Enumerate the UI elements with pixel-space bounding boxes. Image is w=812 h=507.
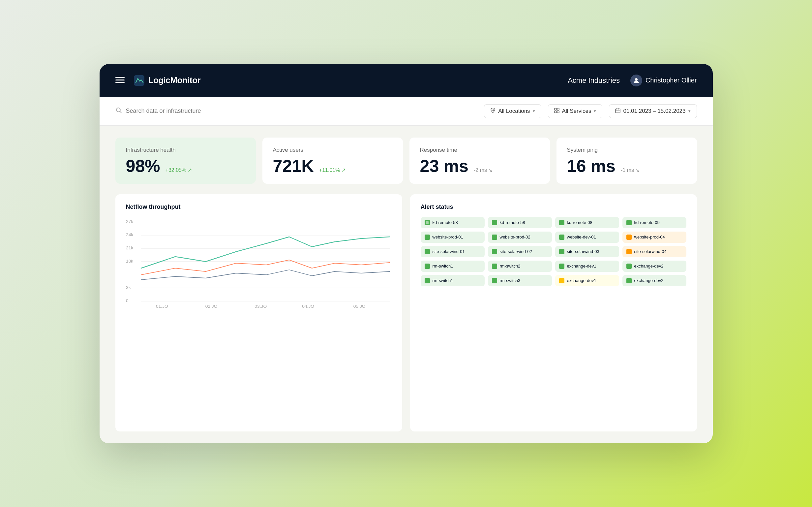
- alert-item[interactable]: kd-remote-08: [555, 217, 619, 228]
- alert-item-name: rm-switch3: [500, 278, 520, 283]
- company-name: Acme Industries: [568, 76, 620, 85]
- menu-icon[interactable]: [115, 75, 125, 86]
- response-time-label: Response time: [420, 147, 539, 153]
- user-info[interactable]: Christopher Ollier: [630, 74, 697, 87]
- alert-status-icon: [559, 234, 564, 240]
- alert-item-name: website-prod-02: [500, 234, 530, 239]
- svg-rect-11: [557, 111, 559, 113]
- alert-status-title: Alert status: [421, 204, 686, 211]
- active-users-delta: +11.01% ↗: [319, 167, 346, 173]
- metric-infra-health: Infrastructure health 98% +32.05% ↗: [115, 137, 256, 184]
- alert-item[interactable]: kd-remote-58: [421, 217, 485, 228]
- alert-status-icon: [425, 249, 430, 254]
- alert-item[interactable]: site-solarwind-03: [555, 246, 619, 257]
- svg-text:01.JO: 01.JO: [155, 304, 168, 308]
- alert-status-icon: [559, 264, 564, 269]
- all-locations-filter[interactable]: All Locations ▾: [484, 104, 541, 118]
- svg-rect-8: [555, 108, 557, 110]
- netflow-panel: Netflow throughput 27k 24k 21k 18k 3k 0: [115, 194, 402, 432]
- alert-status-icon: [626, 278, 632, 283]
- alert-status-icon: [425, 264, 430, 269]
- metric-active-users: Active users 721K +11.01% ↗: [262, 137, 403, 184]
- location-icon: [490, 108, 496, 114]
- alert-status-icon: [492, 264, 497, 269]
- all-services-label: All Services: [562, 108, 591, 114]
- infra-health-delta: +32.05% ↗: [166, 167, 192, 173]
- active-users-value: 721K: [273, 157, 314, 174]
- alert-status-icon: [559, 278, 564, 283]
- user-name: Christopher Ollier: [645, 76, 697, 84]
- chevron-down-icon-3: ▾: [688, 109, 691, 113]
- calendar-icon: [615, 108, 620, 114]
- svg-text:05.JO: 05.JO: [353, 304, 365, 308]
- netflow-title: Netflow throughput: [126, 204, 392, 211]
- alert-item-name: site-solarwind-02: [500, 249, 532, 254]
- alert-item[interactable]: exchange-dev1: [555, 261, 619, 272]
- svg-line-6: [120, 112, 121, 113]
- alert-status-icon: [626, 220, 632, 225]
- infra-health-value: 98%: [126, 157, 160, 174]
- alert-status-panel: Alert status kd-remote-58 kd-remote-58: [410, 194, 697, 432]
- main-content: Infrastructure health 98% +32.05% ↗ Acti…: [100, 126, 713, 443]
- alert-grid: kd-remote-58 kd-remote-58 kd-remote-08 k…: [421, 217, 686, 286]
- alert-status-icon: [492, 278, 497, 283]
- svg-rect-2: [115, 82, 125, 83]
- alert-status-icon: [626, 249, 632, 254]
- alert-item-name: site-solarwind-04: [634, 249, 667, 254]
- alert-item-name: exchange-dev2: [634, 278, 664, 283]
- alert-item-name: website-prod-04: [634, 234, 665, 239]
- chevron-down-icon: ▾: [533, 109, 535, 113]
- alert-status-icon: [626, 264, 632, 269]
- alert-item[interactable]: exchange-dev2: [622, 275, 686, 286]
- alert-item[interactable]: website-prod-04: [622, 232, 686, 243]
- svg-rect-10: [555, 111, 557, 113]
- alert-item-name: site-solarwind-01: [433, 249, 465, 254]
- bottom-panels: Netflow throughput 27k 24k 21k 18k 3k 0: [115, 194, 697, 432]
- alert-item-name: exchange-dev1: [567, 264, 597, 269]
- active-users-value-row: 721K +11.01% ↗: [273, 157, 392, 174]
- trend-up-icon: ↗: [188, 167, 192, 173]
- logo-area: LogicMonitor: [134, 75, 201, 86]
- alert-item[interactable]: exchange-dev1: [555, 275, 619, 286]
- alert-item-name: website-prod-01: [433, 234, 463, 239]
- alert-item[interactable]: website-prod-01: [421, 232, 485, 243]
- svg-text:04.JO: 04.JO: [302, 304, 314, 308]
- alert-item[interactable]: rm-switch2: [488, 261, 552, 272]
- alert-item[interactable]: rm-switch1: [421, 275, 485, 286]
- system-ping-value-row: 16 ms -1 ms ↘: [567, 157, 686, 174]
- alert-item-name: site-solarwind-03: [567, 249, 599, 254]
- searchbar-row: All Locations ▾ All Services ▾: [100, 97, 713, 126]
- alert-item[interactable]: rm-switch3: [488, 275, 552, 286]
- alert-status-icon: [425, 234, 430, 240]
- alert-item[interactable]: website-prod-02: [488, 232, 552, 243]
- trend-up-icon-2: ↗: [341, 167, 346, 173]
- alert-item[interactable]: site-solarwind-01: [421, 246, 485, 257]
- svg-text:18k: 18k: [126, 259, 133, 263]
- alert-item[interactable]: kd-remote-58: [488, 217, 552, 228]
- services-icon: [554, 108, 559, 114]
- metrics-row: Infrastructure health 98% +32.05% ↗ Acti…: [115, 137, 697, 184]
- date-range-filter[interactable]: 01.01.2023 – 15.02.2023 ▾: [609, 104, 697, 118]
- response-time-delta: -2 ms ↘: [474, 167, 493, 173]
- alert-item[interactable]: website-dev-01: [555, 232, 619, 243]
- svg-text:3k: 3k: [126, 285, 131, 290]
- svg-point-7: [492, 109, 494, 111]
- infra-health-label: Infrastructure health: [126, 147, 245, 153]
- alert-item[interactable]: site-solarwind-02: [488, 246, 552, 257]
- alert-status-icon: [425, 278, 430, 283]
- alert-item-name: kd-remote-58: [500, 220, 525, 225]
- svg-text:24k: 24k: [126, 232, 133, 237]
- alert-item[interactable]: kd-remote-09: [622, 217, 686, 228]
- alert-status-icon: [492, 234, 497, 240]
- all-services-filter[interactable]: All Services ▾: [548, 104, 603, 118]
- alert-item-name: kd-remote-58: [433, 220, 458, 225]
- search-input[interactable]: [126, 108, 287, 114]
- chart-area: 27k 24k 21k 18k 3k 0: [126, 217, 392, 309]
- svg-rect-12: [616, 109, 620, 113]
- alert-item[interactable]: rm-switch1: [421, 261, 485, 272]
- alert-item[interactable]: site-solarwind-04: [622, 246, 686, 257]
- svg-point-4: [635, 78, 638, 81]
- alert-item-name: rm-switch1: [433, 278, 453, 283]
- alert-item[interactable]: exchange-dev2: [622, 261, 686, 272]
- svg-text:02.JO: 02.JO: [205, 304, 217, 308]
